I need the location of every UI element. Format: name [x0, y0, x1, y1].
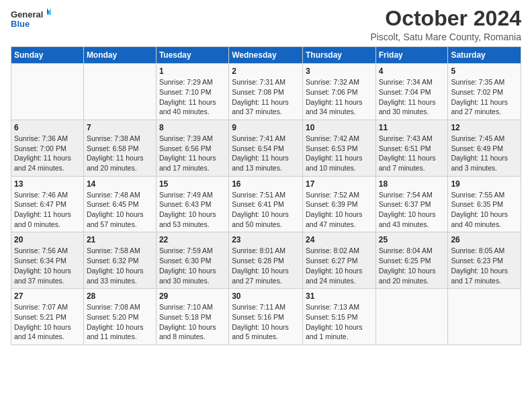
calendar-cell: 4Sunrise: 7:34 AMSunset: 7:04 PMDaylight… — [375, 64, 448, 120]
calendar-cell: 16Sunrise: 7:51 AMSunset: 6:41 PMDayligh… — [229, 176, 303, 232]
day-number: 19 — [451, 179, 518, 189]
day-number: 3 — [306, 66, 373, 76]
day-number: 24 — [306, 235, 373, 244]
calendar-cell: 25Sunrise: 8:04 AMSunset: 6:25 PMDayligh… — [375, 232, 448, 289]
calendar-cell: 23Sunrise: 8:01 AMSunset: 6:28 PMDayligh… — [229, 232, 303, 289]
day-info: Sunrise: 8:05 AMSunset: 6:23 PMDaylight:… — [451, 246, 518, 285]
calendar-cell: 13Sunrise: 7:46 AMSunset: 6:47 PMDayligh… — [11, 176, 84, 232]
day-number: 6 — [14, 123, 81, 132]
calendar-cell: 12Sunrise: 7:45 AMSunset: 6:49 PMDayligh… — [448, 120, 521, 176]
subtitle: Piscolt, Satu Mare County, Romania — [370, 32, 521, 42]
calendar-cell — [83, 64, 156, 120]
week-row-1: 1Sunrise: 7:29 AMSunset: 7:10 PMDaylight… — [11, 64, 521, 120]
month-title: October 2024 — [370, 7, 521, 30]
calendar-table: SundayMondayTuesdayWednesdayThursdayFrid… — [11, 46, 521, 345]
calendar-cell: 31Sunrise: 7:13 AMSunset: 5:15 PMDayligh… — [302, 289, 375, 345]
day-number: 31 — [306, 291, 373, 301]
day-info: Sunrise: 7:42 AMSunset: 6:53 PMDaylight:… — [306, 134, 373, 173]
svg-text:Blue: Blue — [11, 19, 30, 29]
header-day-monday: Monday — [83, 47, 156, 64]
header-day-wednesday: Wednesday — [229, 47, 303, 64]
logo: General Blue — [11, 7, 51, 31]
day-number: 25 — [379, 235, 445, 244]
day-info: Sunrise: 7:41 AMSunset: 6:54 PMDaylight:… — [232, 134, 300, 173]
day-info: Sunrise: 8:02 AMSunset: 6:27 PMDaylight:… — [306, 246, 373, 285]
week-row-2: 6Sunrise: 7:36 AMSunset: 7:00 PMDaylight… — [11, 120, 521, 176]
day-number: 12 — [451, 123, 518, 132]
day-number: 21 — [87, 235, 153, 244]
calendar-cell: 20Sunrise: 7:56 AMSunset: 6:34 PMDayligh… — [11, 232, 84, 289]
calendar-cell: 7Sunrise: 7:38 AMSunset: 6:58 PMDaylight… — [83, 120, 156, 176]
day-info: Sunrise: 8:04 AMSunset: 6:25 PMDaylight:… — [379, 246, 445, 285]
day-number: 7 — [87, 123, 153, 132]
calendar-cell: 2Sunrise: 7:31 AMSunset: 7:08 PMDaylight… — [229, 64, 303, 120]
day-info: Sunrise: 7:49 AMSunset: 6:43 PMDaylight:… — [159, 190, 226, 230]
day-number: 17 — [306, 179, 373, 189]
calendar-cell: 29Sunrise: 7:10 AMSunset: 5:18 PMDayligh… — [156, 289, 228, 345]
day-number: 2 — [232, 66, 300, 76]
day-info: Sunrise: 7:11 AMSunset: 5:16 PMDaylight:… — [232, 302, 300, 342]
day-number: 27 — [14, 291, 81, 301]
day-info: Sunrise: 7:58 AMSunset: 6:32 PMDaylight:… — [87, 246, 153, 285]
calendar-cell: 1Sunrise: 7:29 AMSunset: 7:10 PMDaylight… — [156, 64, 228, 120]
day-number: 30 — [232, 291, 300, 301]
day-info: Sunrise: 7:13 AMSunset: 5:15 PMDaylight:… — [306, 302, 373, 342]
header-day-thursday: Thursday — [302, 47, 375, 64]
day-info: Sunrise: 7:55 AMSunset: 6:35 PMDaylight:… — [451, 190, 518, 230]
day-number: 5 — [451, 66, 518, 76]
day-info: Sunrise: 7:34 AMSunset: 7:04 PMDaylight:… — [379, 77, 445, 117]
day-number: 10 — [306, 123, 373, 132]
day-info: Sunrise: 7:31 AMSunset: 7:08 PMDaylight:… — [232, 77, 300, 117]
day-info: Sunrise: 7:29 AMSunset: 7:10 PMDaylight:… — [159, 77, 226, 117]
calendar-cell: 21Sunrise: 7:58 AMSunset: 6:32 PMDayligh… — [83, 232, 156, 289]
calendar-cell — [375, 289, 448, 345]
header-day-sunday: Sunday — [11, 47, 84, 64]
calendar-cell: 15Sunrise: 7:49 AMSunset: 6:43 PMDayligh… — [156, 176, 228, 232]
day-info: Sunrise: 7:35 AMSunset: 7:02 PMDaylight:… — [451, 77, 518, 117]
day-number: 1 — [159, 66, 226, 76]
calendar-cell: 26Sunrise: 8:05 AMSunset: 6:23 PMDayligh… — [448, 232, 521, 289]
day-number: 14 — [87, 179, 153, 189]
day-info: Sunrise: 7:45 AMSunset: 6:49 PMDaylight:… — [451, 134, 518, 173]
calendar-cell — [11, 64, 84, 120]
day-info: Sunrise: 7:32 AMSunset: 7:06 PMDaylight:… — [306, 77, 373, 117]
day-number: 22 — [159, 235, 226, 244]
day-info: Sunrise: 7:08 AMSunset: 5:20 PMDaylight:… — [87, 302, 153, 342]
calendar-header-row: SundayMondayTuesdayWednesdayThursdayFrid… — [11, 47, 521, 64]
day-info: Sunrise: 7:39 AMSunset: 6:56 PMDaylight:… — [159, 134, 226, 173]
day-number: 9 — [232, 123, 300, 132]
header: General Blue October 2024 Piscolt, Satu … — [11, 7, 521, 42]
calendar-cell: 19Sunrise: 7:55 AMSunset: 6:35 PMDayligh… — [448, 176, 521, 232]
day-info: Sunrise: 7:56 AMSunset: 6:34 PMDaylight:… — [14, 246, 81, 285]
calendar-cell: 27Sunrise: 7:07 AMSunset: 5:21 PMDayligh… — [11, 289, 84, 345]
calendar-cell: 14Sunrise: 7:48 AMSunset: 6:45 PMDayligh… — [83, 176, 156, 232]
header-day-friday: Friday — [375, 47, 448, 64]
day-info: Sunrise: 7:07 AMSunset: 5:21 PMDaylight:… — [14, 302, 81, 342]
header-day-saturday: Saturday — [448, 47, 521, 64]
calendar-cell: 24Sunrise: 8:02 AMSunset: 6:27 PMDayligh… — [302, 232, 375, 289]
calendar-cell: 6Sunrise: 7:36 AMSunset: 7:00 PMDaylight… — [11, 120, 84, 176]
day-info: Sunrise: 7:46 AMSunset: 6:47 PMDaylight:… — [14, 190, 81, 230]
day-info: Sunrise: 7:38 AMSunset: 6:58 PMDaylight:… — [87, 134, 153, 173]
day-number: 29 — [159, 291, 226, 301]
day-number: 13 — [14, 179, 81, 189]
week-row-4: 20Sunrise: 7:56 AMSunset: 6:34 PMDayligh… — [11, 232, 521, 289]
day-number: 11 — [379, 123, 445, 132]
calendar-cell: 3Sunrise: 7:32 AMSunset: 7:06 PMDaylight… — [302, 64, 375, 120]
week-row-5: 27Sunrise: 7:07 AMSunset: 5:21 PMDayligh… — [11, 289, 521, 345]
calendar-cell: 8Sunrise: 7:39 AMSunset: 6:56 PMDaylight… — [156, 120, 228, 176]
day-info: Sunrise: 7:52 AMSunset: 6:39 PMDaylight:… — [306, 190, 373, 230]
calendar-cell: 30Sunrise: 7:11 AMSunset: 5:16 PMDayligh… — [229, 289, 303, 345]
calendar-cell: 22Sunrise: 7:59 AMSunset: 6:30 PMDayligh… — [156, 232, 228, 289]
day-info: Sunrise: 7:54 AMSunset: 6:37 PMDaylight:… — [379, 190, 445, 230]
day-number: 26 — [451, 235, 518, 244]
day-info: Sunrise: 7:36 AMSunset: 7:00 PMDaylight:… — [14, 134, 81, 173]
day-info: Sunrise: 7:43 AMSunset: 6:51 PMDaylight:… — [379, 134, 445, 173]
header-day-tuesday: Tuesday — [156, 47, 228, 64]
page: General Blue October 2024 Piscolt, Satu … — [0, 0, 532, 411]
week-row-3: 13Sunrise: 7:46 AMSunset: 6:47 PMDayligh… — [11, 176, 521, 232]
calendar-cell: 11Sunrise: 7:43 AMSunset: 6:51 PMDayligh… — [375, 120, 448, 176]
day-number: 15 — [159, 179, 226, 189]
day-info: Sunrise: 7:10 AMSunset: 5:18 PMDaylight:… — [159, 302, 226, 342]
day-number: 16 — [232, 179, 300, 189]
